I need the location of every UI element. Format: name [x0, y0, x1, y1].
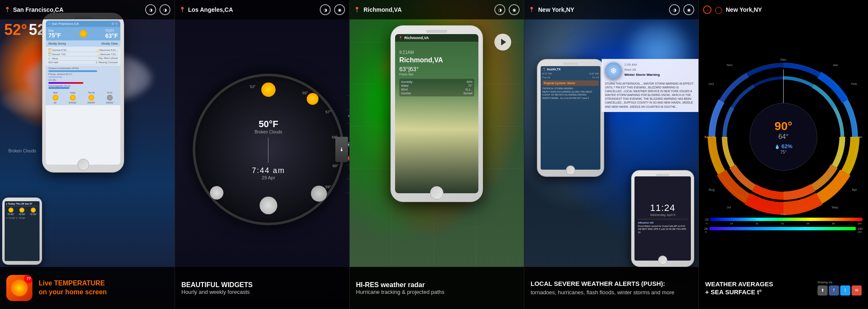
fc-thu-label: Thu 30 [88, 91, 96, 94]
share-button[interactable]: ⬆ [818, 285, 828, 296]
iphone-austin-container: 📍 Austin,TX 8:37 PM 8:37 PM Tue 18 Fri 1… [537, 59, 604, 177]
wl-temperature[interactable]: 🌡 Temperature [346, 82, 349, 96]
caption-live: Live TEMPERATURE [39, 280, 105, 287]
section3-top-bar: 📍 Richmond,VA ◑ ◉ [350, 0, 524, 19]
s3-humidity-row: Humidity 90% [401, 80, 472, 83]
s3-cap-sub: Hurricane tracking & projected paths [356, 289, 444, 295]
month-aug: Aug [709, 188, 714, 192]
section5-bottom: WEATHER AVERAGES + SEA SURFACE t° Sharin… [699, 267, 868, 309]
app-icon[interactable]: 77 [6, 275, 32, 301]
temp-orange: 52° [4, 21, 27, 39]
sif-1-temp: 75°/63° [8, 213, 15, 216]
pin-icon-1: 📍 [4, 7, 11, 13]
iphone-nyc-container: 11:24 Wednesday, April 9 eWeather HD Flo… [631, 170, 694, 267]
clock-area: 53° 55° 57° 59° 60° 59° 50°F Broken Clou… [175, 19, 349, 267]
clock-temp-display: 50°F [252, 119, 285, 130]
month-jan: Jan [833, 63, 838, 67]
screen1-night-label: Night [105, 28, 118, 32]
screen1-settings[interactable]: ⚙ [111, 22, 114, 26]
screen1-detail-wind-val: W,8 mph 2, Waxing Crescent [48, 61, 118, 64]
s1-icon2[interactable]: ◑ [159, 4, 170, 15]
s2-icon2[interactable]: ◉ [334, 4, 345, 15]
s3-humidity-val: 90% [467, 80, 472, 83]
chart-container: Dec Jan Feb Mar Apr May Jun Jul Aug Sep … [703, 57, 863, 217]
s3-icon1[interactable]: ◑ [494, 4, 505, 15]
month-jun: Jun [781, 212, 786, 216]
austin-alert-title: Tropical Cyclone: Storm [544, 82, 597, 85]
wl-uv[interactable]: ☀ UV [346, 124, 349, 138]
s1d-wind-v: W,8 mph [48, 61, 58, 64]
section-beautiful-widgets: 📍 Los Angeles,CA ◑ ◉ 53° 5 [175, 0, 349, 309]
clock-hand [268, 138, 268, 163]
screen1-detail-sunset: 🌅 Sunset 7:02... 🌙 Moonset 7:51... [48, 52, 118, 56]
weather-labels-panel: 🌡 Temperature 🌡 Feels like ☔ Chance prec… [346, 82, 349, 193]
austin-camera [563, 63, 578, 65]
s3-sunset-label: Sunset [463, 92, 472, 95]
austin-home-btn[interactable] [566, 165, 575, 175]
scale-min: -22 [704, 218, 709, 221]
s1-city: San Francisco,CA [13, 6, 64, 13]
screen1-detail-wind: 💨 Wind Day, Moon phase [48, 56, 118, 61]
notification-badge: 77 [24, 275, 32, 283]
month-nov: Nov [727, 63, 733, 67]
twitter-button[interactable]: t [840, 285, 850, 296]
ww-header-row: ❄ 2:00 AM Wed 28 Winter Storm Warning [605, 62, 695, 79]
sif-3-temp: 73°/51° [30, 213, 37, 216]
screen1-reload[interactable]: ↻ [115, 22, 118, 26]
wl-precip[interactable]: ☔ Chance prec... [346, 110, 349, 124]
screen1-condition-row: Mostly Sunny Mostly Clear [46, 40, 120, 47]
screen1-night-temp: 63°F [105, 32, 118, 39]
clock-condition-display: Broken Clouds [252, 130, 285, 134]
sei-1: 1° 75°/63° 1° 75°/64° [6, 217, 26, 219]
sif-2-temp: 76°/54° [19, 213, 26, 216]
iphone3-home-btn[interactable] [430, 186, 443, 200]
s3-wind-label: Wind [401, 88, 408, 91]
s3-humidity-label: Humidity [401, 80, 412, 83]
section-alerts: 📍 New York,NY ◑ ◉ 📍 Austin,TX 8:37 PM 8: [524, 0, 698, 309]
iphone-small-1-screen: v Today Thu 26 Sat 27 75°/63° 76°/54° [5, 201, 40, 261]
clock-container: 53° 55° 57° 59° 60° 59° 50°F Broken Clou… [193, 74, 332, 213]
email-button[interactable]: ✉ [852, 285, 862, 296]
wl-feels[interactable]: 🌡 Feels like [346, 96, 349, 110]
s1-icon1[interactable]: ◑ [145, 4, 156, 15]
s2-icon1[interactable]: ◑ [320, 4, 331, 15]
ww-title: Winter Storm Warning [624, 72, 660, 77]
winter-storm-panel: ❄ 2:00 AM Wed 28 Winter Storm Warning ST… [602, 59, 698, 112]
s4-icon2[interactable]: ◉ [683, 4, 694, 15]
scale2-labels: 0 100 [704, 231, 863, 233]
wl-precipfull[interactable]: 🌧 Precipitation... [346, 165, 349, 179]
facebook-button[interactable]: f [829, 285, 839, 296]
fc-thu: Thu 30 76%/54° [88, 91, 96, 104]
fc-today-icon [70, 95, 76, 101]
iphone1-home-btn[interactable] [77, 159, 89, 170]
wl-humidity[interactable]: 💧 Humidity [346, 179, 349, 193]
screen1-uv: UV (8): [48, 79, 118, 81]
screen1-day-temp: 75°F [48, 32, 61, 39]
iphone-1-screen: ○ San Francisco,CA ⚙ ↻ Day 75°F Night [46, 21, 120, 165]
s3-top-icons: ◑ ◉ [494, 4, 520, 15]
s3-icon2[interactable]: ◉ [509, 4, 520, 15]
s3-phone-city: Richmond,VA [404, 36, 429, 40]
ww-header-info: 2:00 AM Wed 28 Winter Storm Warning [624, 62, 660, 79]
s4-icon1[interactable]: ◑ [669, 4, 680, 15]
radar-play-button[interactable] [494, 34, 511, 51]
sif-3: 73°/51° [30, 207, 37, 216]
s3-wind-val: N,1... [465, 88, 472, 91]
iphone-1-frame: ○ San Francisco,CA ⚙ ↻ Day 75°F Night [42, 13, 124, 173]
deg-53: 53° [250, 85, 256, 89]
section-weather-averages: ○ ◯ New York,NY [698, 0, 868, 309]
iphone-austin-frame: 📍 Austin,TX 8:37 PM 8:37 PM Tue 18 Fri 1… [537, 59, 604, 177]
screen1-header: ○ San Francisco,CA ⚙ ↻ [46, 21, 120, 27]
small-iphone-forecast: 75°/63° 76°/54° 73°/51° [6, 207, 38, 216]
iphone-3-container: 📍 Richmond,VA 9:21AM Richmond,VA 63°|63°… [390, 25, 483, 202]
section4-bottom: LOCAL SEVERE WEATHER ALERTS (PUSH): torn… [524, 267, 698, 309]
sif-2-icon [19, 208, 24, 213]
broken-clouds-label: Broken Clouds [8, 149, 36, 153]
scale-labels: -4 14 32 50 68 86 104 [704, 222, 863, 225]
wl-wind[interactable]: 💨 Wind [346, 138, 349, 152]
fc-thu-temp: 76%/54° [88, 101, 96, 104]
wl-geo[interactable]: 🧲 Geomagnetic [346, 152, 349, 165]
s3-temp-display: 63°|63° [399, 66, 474, 72]
nyc-home-btn[interactable] [658, 256, 667, 265]
s5-cap-text: WEATHER AVERAGES + SEA SURFACE t° [705, 280, 773, 296]
